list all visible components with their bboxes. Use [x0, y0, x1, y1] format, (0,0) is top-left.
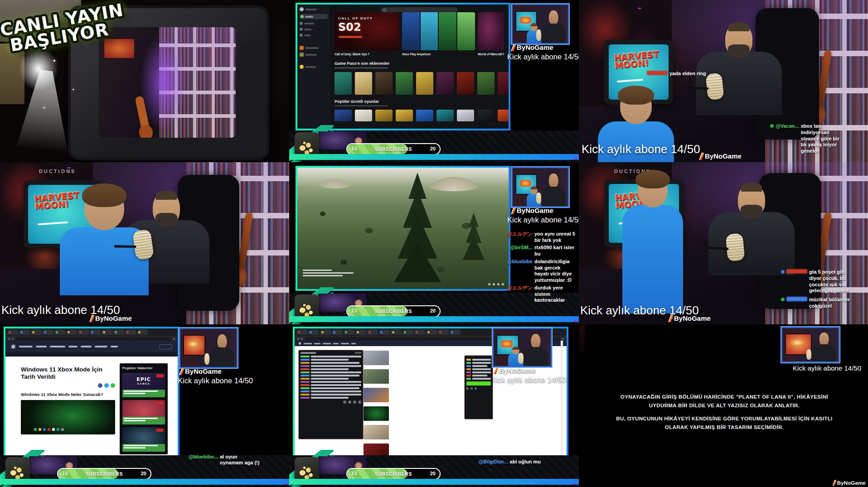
game-tile [457, 72, 474, 95]
news-thumbnail [364, 369, 389, 384]
streamer-in-cam [812, 333, 836, 362]
chat-event-row [638, 8, 641, 9]
chat-message: gta 5 poşet gibi diyor çocuk. bu çocukta… [781, 269, 857, 294]
frame-scene-1: HARVESTMOON! yada elden ring @Vacan... x… [579, 0, 868, 162]
gradient-bar [289, 154, 579, 160]
bynogame-logo: ByNoGame [834, 480, 866, 486]
chat-event-row [638, 2, 641, 4]
chat-message: @Vacan... xbox tan indiriyorsan steam e … [770, 123, 844, 154]
game-tile [375, 72, 393, 95]
bynogame-logo: ByNoGame [512, 207, 553, 214]
verified-icon [770, 124, 774, 128]
chat-event-row [67, 164, 71, 165]
site-logo: ✻ [11, 343, 16, 350]
news-thumbnail [364, 425, 389, 439]
capture-frame [296, 166, 510, 291]
hot-tag [156, 401, 164, 405]
kick-goal-label: Kick aylık abone 14/50 [582, 143, 700, 155]
video-montage: { "overlay": { "brand": "ByNoGame", "kic… [0, 0, 868, 487]
kick-goal-label: Kick aylık abone 14/50 [793, 365, 861, 371]
pine-tree [390, 173, 445, 286]
subscriber-goal-bar: 13 SUBSCRIBERS 20 [346, 468, 441, 480]
twitter-icon [104, 383, 109, 388]
xbox-main: CALL OF DUTY S02 Call of [330, 5, 509, 129]
hero-banners: CALL OF DUTY S02 [335, 12, 504, 50]
chat-message: yada elden ring [647, 71, 706, 77]
microphone [705, 72, 724, 100]
badge-icon [781, 270, 785, 274]
frame-nature-video: ByNoGame Kick aylık abone 14/50 13 SUBSC… [289, 162, 579, 324]
video-controls [488, 283, 504, 285]
bynogame-logo: ByNoGame [91, 314, 132, 322]
page-scrollbar [561, 341, 563, 470]
streamer-in-cam [210, 334, 234, 367]
game-tile [457, 110, 474, 121]
mic-in-cam [536, 193, 541, 204]
stream-room: DUCTIONS HARVESTMOON! [0, 162, 290, 324]
frame-outro: Kick aylık abone 14/50 OYNAYACAĞIN GİRİŞ… [579, 325, 868, 487]
mic-in-cam [204, 353, 209, 365]
game-tile [477, 110, 495, 121]
chat-event-row [573, 155, 577, 156]
webcam-overlay [492, 328, 552, 367]
card-caption [122, 417, 165, 424]
mic-in-cam [518, 353, 523, 364]
mic-in-cam [536, 29, 541, 41]
streamer-in-cam [542, 174, 565, 206]
chat-event-row [284, 483, 288, 485]
chat-message: @bluebibe... al oyun oynamam aga (!) [189, 454, 260, 467]
article-body: Windows 11 Xbox Mode İçin Tarih Verildi [21, 363, 115, 434]
chat-event-row [573, 159, 577, 160]
subscriber-goal-bar: 13 SUBSCRIBERS 20 [57, 468, 151, 480]
chat-message: müzikal bölümler çok güzel [781, 297, 857, 309]
chat-event-row [573, 317, 577, 318]
chat-input-icons [301, 400, 361, 404]
game-tile [396, 72, 413, 95]
tv-in-cam [183, 335, 205, 356]
article-subheading: Windows 11 Xbox Mode Neler Sunacak? [21, 392, 115, 397]
subscriber-goal-bar: 13 SUBSCRIBERS 20 [346, 305, 441, 317]
cod-banner: CALL OF DUTY S02 [335, 12, 399, 50]
frame-xbox-store: CALL OF DUTY S02 Call of [289, 0, 579, 162]
chat-event-list [579, 2, 641, 9]
chat-send-button [466, 381, 491, 386]
frame-intro: CANLI YAYIN BAŞLIYOR [0, 0, 290, 162]
kid-standing [622, 174, 683, 313]
cliff [314, 175, 355, 188]
gradient-bar [289, 479, 579, 485]
xbox-mode-image [21, 400, 115, 434]
chat-event-list [0, 164, 71, 169]
news-thumbnail [364, 406, 389, 421]
bynogame-logo: ByNoGame [669, 314, 711, 322]
chat-event-row [573, 483, 577, 485]
card-caption [122, 444, 165, 452]
microphone [725, 233, 745, 261]
whatsapp-icon [111, 383, 115, 388]
kick-goal-label: Kick aylık abone 14/50 [491, 376, 566, 384]
news-row [364, 388, 440, 402]
chat-event-row [573, 319, 577, 320]
streamer [696, 24, 782, 115]
streamer-in-cam [542, 10, 565, 43]
chat-event-row [284, 480, 288, 481]
frame-news-browser: ✻ [289, 325, 579, 487]
bynogame-icon [833, 480, 837, 485]
wall-art [104, 39, 134, 58]
bynogame-icon [511, 44, 516, 51]
webcam-overlay [511, 4, 569, 44]
forest-video [297, 168, 509, 289]
section-paid-popular: Popüler ücretli oyunlar [335, 99, 504, 104]
bynogame-logo: ByNoGame [700, 152, 742, 160]
sparkle [44, 107, 45, 108]
news-thumbnail [364, 388, 389, 402]
game-tile [477, 72, 495, 95]
webcam-overlay [781, 327, 840, 363]
popular-news-card [122, 400, 165, 424]
wow-banner [478, 12, 504, 50]
game-tile [375, 110, 393, 121]
browser-tabs [5, 328, 178, 336]
play-anywhere-banner [402, 12, 475, 50]
chat-message: @エルデン... yoo aynı unreal 5 bir fark yok [507, 231, 576, 244]
game-tile [416, 110, 433, 121]
game-tile [396, 110, 413, 121]
